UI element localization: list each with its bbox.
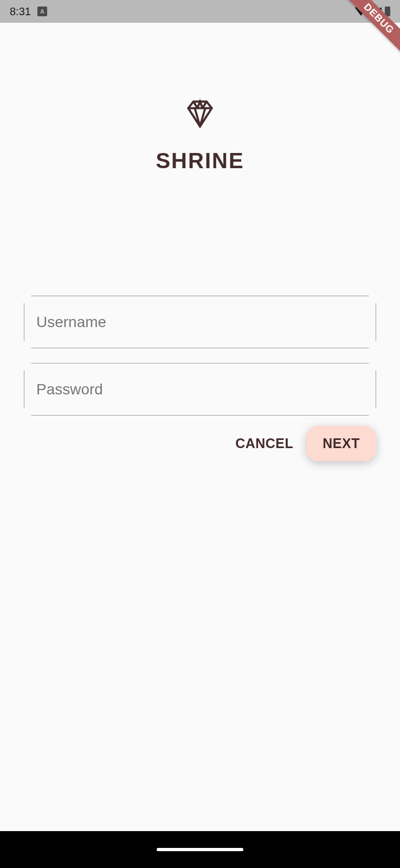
logo-container: SHRINE (156, 98, 244, 173)
diamond-logo-icon (184, 98, 216, 129)
login-form: CANCEL NEXT (24, 296, 376, 461)
cancel-button[interactable]: CANCEL (230, 426, 299, 461)
username-input[interactable] (24, 296, 376, 348)
next-button[interactable]: NEXT (306, 426, 376, 461)
password-input[interactable] (24, 363, 376, 416)
button-row: CANCEL NEXT (24, 426, 376, 461)
app-title: SHRINE (156, 149, 244, 173)
navigation-bar (0, 831, 400, 868)
login-screen: SHRINE CANCEL NEXT (0, 23, 400, 461)
status-bar: 8:31 A (0, 0, 400, 23)
input-method-icon: A (37, 7, 47, 16)
status-time: 8:31 (10, 5, 31, 18)
next-button-shadow-wrap: NEXT (306, 426, 376, 461)
status-left: 8:31 A (10, 5, 47, 18)
nav-handle[interactable] (157, 848, 243, 851)
